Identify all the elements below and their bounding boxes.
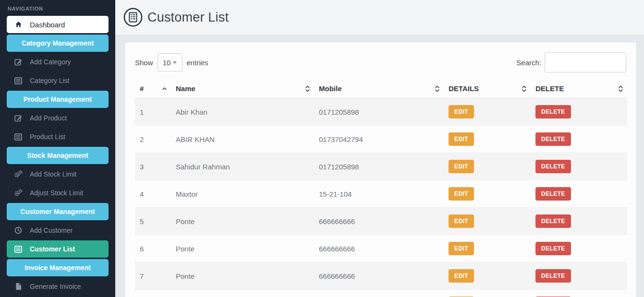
column-label: DETAILS: [449, 84, 479, 93]
edit-button[interactable]: EDIT: [449, 105, 474, 119]
delete-cell: DELETE: [531, 208, 627, 235]
delete-cell: DELETE: [531, 235, 627, 262]
delete-button[interactable]: DELETE: [535, 132, 571, 146]
customer-name-cell: Ponte: [171, 235, 314, 262]
row-number-cell: 2: [135, 126, 171, 153]
table-header-row: #NameMobileDETAILSDELETE: [135, 79, 627, 98]
sidebar-item-label: Add Stock Limit: [30, 170, 76, 178]
delete-cell: DELETE: [531, 180, 627, 208]
table-row: 3 Sahidur Rahman 0171205898 EDIT DELETE: [135, 153, 627, 180]
sidebar-item-customer-management[interactable]: Customer Management: [7, 203, 109, 220]
customer-name-cell: Maxtor: [171, 180, 314, 208]
row-number-cell: 7: [135, 262, 171, 290]
column-label: #: [140, 84, 144, 93]
list-icon: [13, 245, 23, 253]
customer-table: #NameMobileDETAILSDELETE 1 Abir Khan 017…: [135, 79, 627, 297]
column-header-details[interactable]: DETAILS: [444, 79, 531, 98]
show-label: Show: [135, 59, 153, 67]
customer-table-card: Show 10 entries Search: #NameMobileDETAI…: [125, 42, 636, 297]
delete-button[interactable]: DELETE: [535, 269, 571, 283]
row-number-cell: 3: [135, 153, 171, 180]
delete-cell: DELETE: [531, 262, 627, 290]
sidebar-header-label: Customer Management: [21, 208, 95, 215]
sidebar-item-add-customer[interactable]: Add Customer: [7, 222, 109, 239]
delete-button[interactable]: DELETE: [535, 214, 571, 228]
customer-mobile-cell: 15-21-104: [314, 180, 444, 208]
customer-name-cell: Ponte: [171, 262, 314, 290]
sidebar-item-adjust-stock-limit[interactable]: Adjust Stock Limit: [7, 184, 109, 202]
sidebar-item-label: Customer List: [30, 245, 75, 253]
customer-mobile-cell: 666666666: [314, 208, 444, 235]
column-label: Mobile: [319, 84, 342, 93]
edit-button[interactable]: EDIT: [449, 187, 474, 201]
sidebar-item-product-list[interactable]: Product List: [7, 128, 109, 145]
column-header--[interactable]: #: [135, 79, 171, 98]
sidebar-item-dashboard[interactable]: Dashboard: [7, 16, 109, 33]
sidebar-item-stock-management[interactable]: Stock Management: [7, 147, 109, 164]
entries-label: entries: [187, 59, 208, 67]
customer-name-cell: ABIR KHAN: [171, 126, 314, 153]
edit-icon: [13, 58, 23, 66]
sidebar-item-add-category[interactable]: Add Category: [7, 53, 109, 71]
sidebar-item-invoice-management[interactable]: Invoice Management: [7, 259, 109, 276]
customer-name-cell: Abir Khan: [171, 98, 314, 126]
column-header-delete[interactable]: DELETE: [531, 79, 627, 98]
delete-cell: DELETE: [531, 290, 627, 297]
sidebar-item-generate-invoice[interactable]: Generate Invoice: [7, 278, 109, 295]
sidebar-nav: DashboardCategory ManagementAdd Category…: [0, 16, 115, 295]
file-icon: [13, 283, 23, 291]
delete-cell: DELETE: [531, 153, 627, 180]
details-cell: EDIT: [444, 180, 531, 208]
edit-button[interactable]: EDIT: [449, 214, 474, 228]
sidebar-item-add-product[interactable]: Add Product: [7, 109, 109, 127]
sidebar-item-label: Add Category: [30, 58, 71, 66]
details-cell: EDIT: [444, 208, 531, 235]
sidebar-item-label: Generate Invoice: [30, 283, 81, 290]
edit-button[interactable]: EDIT: [449, 242, 474, 255]
edit-button[interactable]: EDIT: [449, 132, 474, 146]
delete-button[interactable]: DELETE: [535, 160, 571, 173]
table-row: 2 ABIR KHAN 01737042794 EDIT DELETE: [135, 126, 627, 153]
column-header-mobile[interactable]: Mobile: [314, 79, 444, 98]
delete-cell: DELETE: [531, 98, 627, 126]
row-number-cell: 1: [135, 98, 171, 126]
sidebar-header-label: Product Management: [24, 95, 92, 103]
delete-button[interactable]: DELETE: [535, 187, 571, 201]
sidebar-item-label: Dashboard: [30, 21, 65, 29]
sidebar-item-label: Product List: [30, 133, 65, 141]
details-cell: EDIT: [444, 235, 531, 262]
page-length-select[interactable]: 10: [158, 53, 182, 71]
sidebar-item-label: Add Product: [30, 114, 67, 122]
sidebar-item-category-list[interactable]: Category List: [7, 72, 109, 89]
clock-icon: [13, 226, 23, 235]
row-number-cell: 4: [135, 180, 171, 208]
sidebar-item-customer-list[interactable]: Customer List: [7, 240, 109, 258]
sidebar-item-product-management[interactable]: Product Management: [7, 91, 109, 108]
main-content: Customer List Show 10 entries Search:: [115, 0, 644, 297]
list-icon: [13, 133, 23, 141]
page-header: Customer List: [115, 0, 644, 35]
delete-cell: DELETE: [531, 126, 627, 153]
search-input[interactable]: [545, 52, 626, 72]
edit-button[interactable]: EDIT: [449, 160, 474, 173]
delete-button[interactable]: DELETE: [535, 242, 571, 255]
edit-button[interactable]: EDIT: [449, 269, 474, 283]
delete-button[interactable]: DELETE: [535, 105, 571, 119]
search-label: Search:: [516, 59, 541, 67]
content-band: Show 10 entries Search: #NameMobileDETAI…: [115, 35, 644, 297]
sidebar: NAVIGATION DashboardCategory ManagementA…: [0, 0, 115, 297]
customer-mobile-cell: 0171205898: [314, 153, 444, 180]
table-row: 6 Ponte 666666666 EDIT DELETE: [135, 235, 627, 262]
column-header-name[interactable]: Name: [171, 79, 314, 98]
table-row: 7 Ponte 666666666 EDIT DELETE: [135, 262, 627, 290]
customer-mobile-cell: 666666666: [314, 262, 444, 290]
caret-down-icon: [173, 61, 177, 64]
sidebar-item-category-management[interactable]: Category Management: [7, 35, 109, 52]
customer-list-circle-icon: [123, 7, 143, 27]
row-number-cell: 8: [135, 290, 171, 297]
page-length-value: 10: [163, 59, 171, 67]
table-row: 5 Ponte 666666666 EDIT DELETE: [135, 208, 627, 235]
sidebar-item-add-stock-limit[interactable]: Add Stock Limit: [7, 166, 109, 183]
sort-icon: [522, 85, 527, 92]
sidebar-item-label: Category List: [30, 77, 69, 84]
